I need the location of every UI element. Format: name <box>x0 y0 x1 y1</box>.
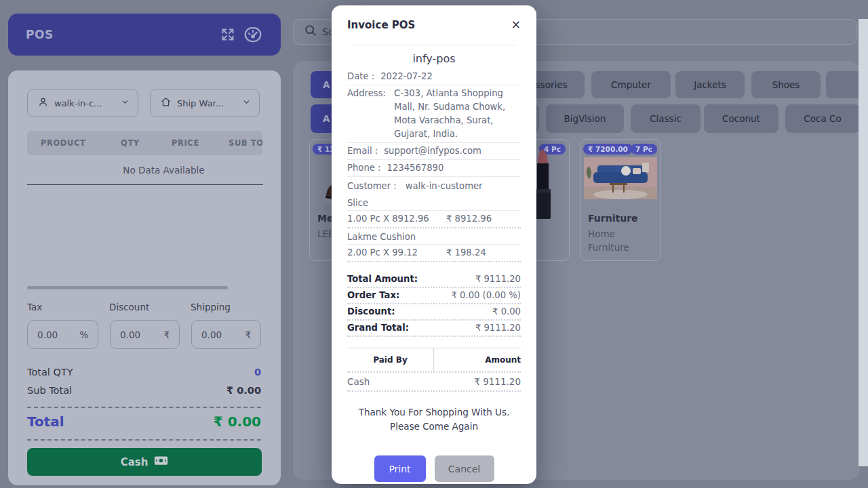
phone-value: 1234567890 <box>387 161 444 175</box>
table-underline <box>27 184 263 185</box>
category-chip[interactable]: Jackets <box>675 71 745 98</box>
person-icon <box>37 96 49 110</box>
discount-unit: ₹ <box>163 329 170 340</box>
phone-label: Phone : <box>347 161 381 175</box>
brand-label: BigVision <box>564 113 606 124</box>
total-qty-row: Total QTY 0 <box>27 367 261 378</box>
cart-table-header: PRODUCT QTY PRICE SUB TOTAL <box>27 131 262 155</box>
divider <box>353 45 515 45</box>
address-label: Address: <box>347 87 388 100</box>
total-qty-value: 0 <box>254 367 261 378</box>
email-row: Email : support@infypos.com <box>347 143 521 160</box>
address-line: Mall, Nr. Sudama Chowk, <box>394 100 505 114</box>
item-qty-row: 1.00 Pc X 8912.96 ₹ 8912.96 <box>347 211 521 228</box>
thank-you-line2: Please Come Again <box>347 420 521 434</box>
category-label: Cmputer <box>611 79 651 90</box>
email-label: Email : <box>347 144 378 158</box>
customer-row: Customer : walk-in-customer <box>347 177 521 195</box>
address-line: Mota Varachha, Surat, <box>394 114 505 127</box>
total-amount-row: Total Amount: ₹ 9111.20 <box>347 272 521 288</box>
banknote-icon <box>154 455 168 468</box>
col-price: PRICE <box>172 131 199 155</box>
payment-row: Cash ₹ 9111.20 <box>347 373 521 392</box>
order-tax-row: Order Tax: ₹ 0.00 (0.00 %) <box>347 288 521 304</box>
chevron-down-icon <box>242 98 251 108</box>
grand-total-row: Grand Total: ₹ 9111.20 <box>347 321 521 337</box>
cash-pay-button[interactable]: Cash <box>27 448 262 476</box>
total-amount-value: ₹ 9111.20 <box>475 272 521 287</box>
shipping-unit: ₹ <box>245 329 251 340</box>
fullscreen-expand-icon[interactable] <box>220 26 236 43</box>
payment-amount: ₹ 9111.20 <box>474 376 521 387</box>
chevron-down-icon <box>121 98 130 108</box>
category-chip[interactable]: Cmputer <box>591 71 671 98</box>
date-label: Date : <box>347 70 374 83</box>
horizontal-scrollbar[interactable] <box>27 286 228 289</box>
shipping-label: Shipping <box>191 302 231 312</box>
tax-unit: % <box>79 329 88 340</box>
address-line: C-303, Atlanta Shopping <box>394 87 505 100</box>
brand-chip[interactable]: Classic <box>631 104 701 133</box>
sub-total-value: ₹ 0.00 <box>226 385 261 396</box>
grand-total-label: Grand Total: <box>347 321 409 336</box>
total-label: Total <box>27 413 64 430</box>
invoice-pos-modal: Invoice POS × infy-pos Date : 2022-07-22… <box>332 5 536 484</box>
item-qty-row: 2.00 Pc X 99.12 ₹ 198.24 <box>347 245 521 262</box>
category-chip[interactable]: Shoes <box>751 71 821 98</box>
sub-total-row: Sub Total ₹ 0.00 <box>27 385 261 396</box>
shipping-input[interactable] <box>201 329 242 340</box>
payment-table-header: Paid By Amount <box>347 348 521 373</box>
warehouse-select-value: Ship War... <box>177 98 224 108</box>
discount-input-wrap: ₹ <box>110 320 180 349</box>
item-name: Slice <box>347 195 521 211</box>
home-icon <box>160 96 172 110</box>
discount-row: Discount: ₹ 0.00 <box>347 304 521 321</box>
total-row: Total ₹ 0.00 <box>27 413 261 430</box>
cancel-button[interactable]: Cancel <box>435 455 494 482</box>
payment-table: Paid By Amount Cash ₹ 9111.20 <box>347 348 521 392</box>
total-qty-label: Total QTY <box>27 367 73 378</box>
brand-chip[interactable]: Coconut <box>704 104 778 133</box>
tax-input[interactable] <box>37 329 78 340</box>
discount-label: Discount <box>109 302 149 312</box>
customer-select[interactable]: walk-in-c... <box>27 89 138 117</box>
vertical-scrollbar[interactable] <box>859 19 868 466</box>
date-value: 2022-07-22 <box>380 70 433 83</box>
order-tax-value: ₹ 0.00 (0.00 %) <box>451 288 521 303</box>
divider <box>27 439 261 441</box>
customer-value: walk-in-customer <box>406 180 483 193</box>
tax-label: Tax <box>27 302 42 312</box>
col-product: PRODUCT <box>41 131 85 155</box>
dashboard-gauge-icon[interactable] <box>243 24 263 45</box>
close-icon[interactable]: × <box>511 19 521 30</box>
brand-chip[interactable]: Coca Co <box>785 104 860 133</box>
paid-by-header: Paid By <box>373 355 407 365</box>
category-chip[interactable] <box>826 71 860 98</box>
warehouse-select[interactable]: Ship War... <box>150 89 260 117</box>
address-value: C-303, Atlanta Shopping Mall, Nr. Sudama… <box>394 87 505 141</box>
print-button[interactable]: Print <box>374 455 426 482</box>
col-subtotal: SUB TOTAL <box>229 131 262 155</box>
product-card[interactable]: ₹ 7200.00 7 Pc Furniture Home Furniture <box>580 139 661 261</box>
discount-label: Discount: <box>347 304 395 319</box>
sub-total-label: Sub Total <box>27 385 72 396</box>
shipping-input-wrap: ₹ <box>191 320 261 349</box>
grand-total-value: ₹ 9111.20 <box>475 321 521 336</box>
thank-you-line1: Thank You For Shopping With Us. <box>347 405 521 420</box>
store-name: infy-pos <box>347 52 521 68</box>
pos-header: POS <box>8 14 281 56</box>
total-value: ₹ 0.00 <box>214 413 261 430</box>
tax-input-wrap: % <box>27 320 98 349</box>
phone-row: Phone : 1234567890 <box>347 160 521 177</box>
divider <box>27 407 261 408</box>
customer-select-value: walk-in-c... <box>54 98 102 108</box>
brand-chip[interactable]: BigVision <box>546 104 624 133</box>
cart-panel: walk-in-c... Ship War... PRODUCT QTY PRI… <box>8 70 281 485</box>
discount-input[interactable] <box>120 329 161 340</box>
all-brands-label: A <box>323 113 330 124</box>
search-icon <box>303 23 318 41</box>
cash-button-label: Cash <box>121 456 149 468</box>
total-amount-label: Total Amount: <box>347 272 418 287</box>
payment-method: Cash <box>347 376 370 387</box>
col-qty: QTY <box>121 131 140 155</box>
